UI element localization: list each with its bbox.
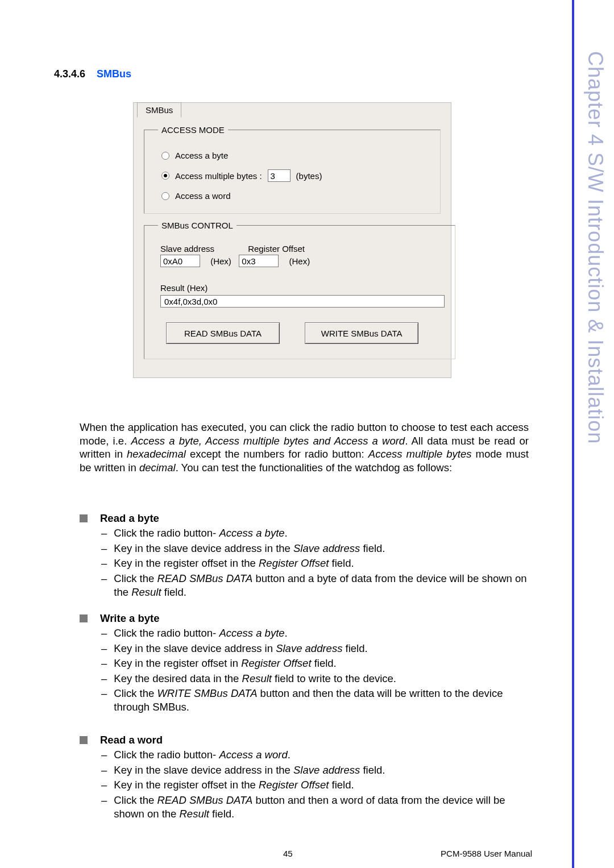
radio-label: Access multiple bytes : — [175, 171, 262, 181]
list-item: Key in the slave device address in the S… — [114, 763, 529, 777]
square-bullet-icon — [80, 736, 88, 744]
section-number: 4.3.4.6 — [54, 68, 85, 80]
write-byte-heading: Write a byte — [100, 612, 160, 625]
radio-access-word[interactable]: Access a word — [161, 191, 430, 201]
section-title: SMBus — [97, 68, 131, 80]
smbus-control-legend: SMBus CONTROL — [158, 221, 237, 230]
slave-address-input[interactable]: 0xA0 — [160, 255, 200, 267]
manual-title: PCM-9588 User Manual — [441, 849, 532, 858]
radio-label: Access a word — [175, 191, 231, 201]
multiple-bytes-input[interactable]: 3 — [268, 169, 291, 182]
list-item: Key in the register offset in Register O… — [114, 657, 529, 670]
slave-address-label: Slave address — [160, 244, 246, 254]
access-mode-group: ACCESS MODE Access a byte Access multipl… — [144, 125, 441, 214]
list-item: Key the desired data in the Result field… — [114, 672, 529, 686]
list-item: Key in the register offset in the Regist… — [114, 778, 529, 792]
read-word-heading: Read a word — [100, 733, 163, 747]
hex-label: (Hex) — [202, 256, 237, 266]
result-label: Result (Hex) — [160, 283, 208, 293]
write-byte-section: Write a byte –Click the radio button- Ac… — [80, 612, 529, 715]
radio-icon — [161, 192, 169, 200]
chapter-side-tab: Chapter 4 S/W Introduction & Installatio… — [572, 0, 614, 868]
list-item: Click the radio button- Access a byte. — [114, 526, 529, 540]
radio-icon — [161, 152, 169, 160]
chapter-side-text: Chapter 4 S/W Introduction & Installatio… — [583, 51, 607, 444]
radio-access-multiple[interactable]: Access multiple bytes : 3 (bytes) — [161, 169, 430, 182]
list-item: Click the WRITE SMBus DATA button and th… — [114, 687, 529, 715]
list-item: Click the radio button- Access a word. — [114, 748, 529, 762]
hex-label: (Hex) — [281, 256, 310, 266]
bytes-unit: (bytes) — [296, 171, 322, 181]
write-smbus-button[interactable]: WRITE SMBus DATA — [305, 322, 418, 344]
intro-paragraph: When the application has executed, you c… — [80, 421, 529, 475]
smbus-control-group: SMBus CONTROL Slave address Register Off… — [144, 221, 455, 359]
page-number: 45 — [283, 849, 293, 858]
list-item: Key in the slave device address in Slave… — [114, 642, 529, 655]
radio-label: Access a byte — [175, 151, 228, 160]
square-bullet-icon — [80, 514, 88, 522]
read-word-section: Read a word –Click the radio button- Acc… — [80, 733, 529, 821]
read-smbus-button[interactable]: READ SMBus DATA — [166, 322, 280, 344]
radio-icon — [161, 172, 169, 180]
square-bullet-icon — [80, 614, 88, 622]
list-item: Key in the register offset in the Regist… — [114, 556, 529, 570]
smbus-dialog: SMBus ACCESS MODE Access a byte Access m… — [133, 102, 451, 378]
list-item: Click the READ SMBus DATA button and a b… — [114, 572, 529, 600]
tab-smbus[interactable]: SMBus — [137, 102, 181, 118]
list-item: Click the radio button- Access a byte. — [114, 626, 529, 640]
register-offset-input[interactable]: 0x3 — [239, 255, 279, 267]
list-item: Click the READ SMBus DATA button and the… — [114, 794, 529, 821]
register-offset-label: Register Offset — [248, 244, 305, 254]
result-input[interactable]: 0x4f,0x3d,0x0 — [160, 295, 445, 308]
section-heading: 4.3.4.6 SMBus — [54, 68, 131, 80]
read-byte-heading: Read a byte — [100, 512, 159, 525]
read-byte-section: Read a byte –Click the radio button- Acc… — [80, 512, 529, 599]
access-mode-legend: ACCESS MODE — [158, 125, 228, 135]
list-item: Key in the slave device address in the S… — [114, 542, 529, 555]
radio-access-byte[interactable]: Access a byte — [161, 151, 430, 160]
